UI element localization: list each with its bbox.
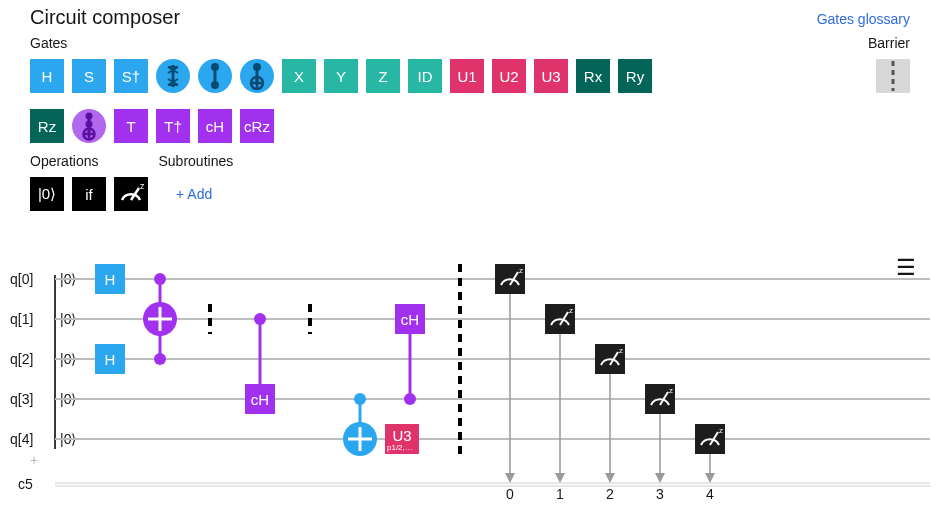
svg-text:2: 2 <box>606 486 614 502</box>
barrier-label: Barrier <box>868 35 910 51</box>
page-title: Circuit composer <box>30 6 180 29</box>
svg-text:p1/2,…: p1/2,… <box>387 443 413 452</box>
svg-point-2 <box>211 63 219 71</box>
svg-text:+: + <box>30 452 38 468</box>
placed-U3-q4[interactable]: U3 p1/2,… <box>385 424 419 454</box>
svg-marker-74 <box>605 473 615 483</box>
measure-q1[interactable]: 1 <box>545 304 575 502</box>
svg-point-3 <box>211 81 219 89</box>
placed-cH-3-1[interactable]: cH <box>395 304 425 405</box>
gate-Rz[interactable]: Rz <box>30 109 64 143</box>
svg-text:cH: cH <box>401 311 419 328</box>
gate-S[interactable]: S <box>72 59 106 93</box>
gate-X[interactable]: X <box>282 59 316 93</box>
svg-point-11 <box>86 121 93 128</box>
svg-text:U3: U3 <box>392 427 411 444</box>
svg-marker-80 <box>705 473 715 483</box>
svg-marker-68 <box>505 473 515 483</box>
placed-ccx[interactable] <box>143 273 177 365</box>
subroutines-label: Subroutines <box>158 153 233 169</box>
gates-label: Gates <box>30 35 67 51</box>
svg-point-5 <box>253 63 261 71</box>
gate-Ry[interactable]: Ry <box>618 59 652 93</box>
svg-point-10 <box>86 113 93 120</box>
gate-H[interactable]: H <box>30 59 64 93</box>
svg-text:4: 4 <box>706 486 714 502</box>
svg-text:H: H <box>105 271 116 288</box>
svg-text:q[0]: q[0] <box>10 271 33 287</box>
svg-point-52 <box>254 313 266 325</box>
wires: q[0] q[1] q[2] q[3] q[4] + c5 |0⟩ |0⟩ |0… <box>10 271 930 492</box>
svg-text:z: z <box>140 181 145 191</box>
svg-text:c5: c5 <box>18 476 33 492</box>
measure-q4[interactable]: 4 <box>695 424 725 502</box>
svg-text:1: 1 <box>556 486 564 502</box>
gate-cnot-icon[interactable] <box>240 59 274 93</box>
measure-q2[interactable]: 2 <box>595 344 625 502</box>
gate-Rx[interactable]: Rx <box>576 59 610 93</box>
gate-cH[interactable]: cH <box>198 109 232 143</box>
gate-U1[interactable]: U1 <box>450 59 484 93</box>
gate-Sdg[interactable]: S† <box>114 59 148 93</box>
svg-text:0: 0 <box>506 486 514 502</box>
measure-q0[interactable]: 0 <box>495 264 525 502</box>
svg-point-64 <box>404 393 416 405</box>
gate-swap-icon[interactable] <box>156 59 190 93</box>
gate-ctrlphase-icon[interactable] <box>198 59 232 93</box>
svg-text:q[3]: q[3] <box>10 391 33 407</box>
measure-q3[interactable]: 3 <box>645 384 675 502</box>
operations-label: Operations <box>30 153 98 169</box>
op-measure-icon[interactable]: z <box>114 177 148 211</box>
placed-cnot-3-4[interactable] <box>343 393 377 456</box>
svg-text:q[4]: q[4] <box>10 431 33 447</box>
gate-ID[interactable]: ID <box>408 59 442 93</box>
gate-U3[interactable]: U3 <box>534 59 568 93</box>
gate-U2[interactable]: U2 <box>492 59 526 93</box>
svg-text:q[2]: q[2] <box>10 351 33 367</box>
gate-Z[interactable]: Z <box>366 59 400 93</box>
svg-point-47 <box>154 353 166 365</box>
placed-cH-1-3[interactable]: cH <box>245 313 275 414</box>
gate-Tdg[interactable]: T† <box>156 109 190 143</box>
glossary-link[interactable]: Gates glossary <box>817 11 910 27</box>
gate-Y[interactable]: Y <box>324 59 358 93</box>
circuit-canvas[interactable]: z q[0] q[1] q[2] q[3] q[4] + c5 |0⟩ |0⟩ … <box>0 249 940 509</box>
op-reset[interactable]: |0⟩ <box>30 177 64 211</box>
svg-text:H: H <box>105 351 116 368</box>
circuit-menu-icon[interactable]: ☰ <box>896 255 916 281</box>
svg-point-56 <box>354 393 366 405</box>
placed-H-q0[interactable]: H <box>95 264 125 294</box>
svg-point-46 <box>154 273 166 285</box>
gate-cRz[interactable]: cRz <box>240 109 274 143</box>
svg-text:cH: cH <box>251 391 269 408</box>
svg-marker-71 <box>555 473 565 483</box>
gate-ccx-icon[interactable] <box>72 109 106 143</box>
gate-T[interactable]: T <box>114 109 148 143</box>
svg-marker-77 <box>655 473 665 483</box>
op-if[interactable]: if <box>72 177 106 211</box>
add-subroutine[interactable]: + Add <box>176 186 212 202</box>
placed-H-q2[interactable]: H <box>95 344 125 374</box>
svg-text:3: 3 <box>656 486 664 502</box>
svg-text:q[1]: q[1] <box>10 311 33 327</box>
barrier-tile[interactable] <box>876 59 910 93</box>
